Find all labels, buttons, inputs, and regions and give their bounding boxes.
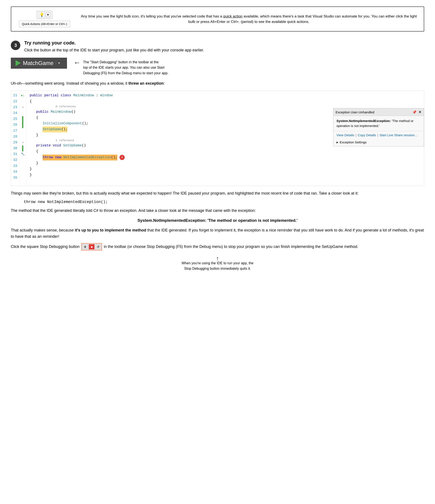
ln-30: 30 — [13, 145, 17, 151]
threw-exception-colon: : — [164, 81, 165, 86]
start-debugging-button[interactable]: MatchGame ▼ — [11, 58, 67, 69]
step-container: 3 Try running your code. Click the butto… — [11, 40, 424, 53]
stop-annotation: ↑ When you're using the IDE to run your … — [182, 254, 253, 271]
ln-25: 25 — [13, 116, 17, 122]
gutter-25 — [20, 116, 25, 122]
gutter-30 — [20, 145, 25, 151]
toolbar-dropdown[interactable]: ▼ — [46, 12, 51, 17]
step-number: 3 — [11, 41, 20, 50]
ln-23: 23 — [13, 105, 17, 110]
gutter-33 — [20, 163, 25, 169]
ln-32: 32 — [13, 157, 17, 163]
step-title: Try running your code. — [24, 40, 424, 46]
matchgame-annotation: The "Start Debugging" button in the tool… — [83, 59, 168, 76]
gutter-29: ⊟ — [20, 140, 25, 145]
stop-button[interactable]: ■ — [89, 244, 95, 250]
exception-body: System.NotImplementedException: 'The met… — [333, 116, 424, 131]
method-explanation: The method that the IDE generated litera… — [11, 207, 424, 214]
exception-popup: Exception User-Unhandled 📌 ✕ System.NotI… — [333, 108, 424, 146]
exception-message-rest: 'The method or operation is not implemen… — [206, 218, 297, 223]
gutter-32 — [20, 157, 25, 163]
ln-34: 34 — [13, 169, 17, 175]
matchgame-label: MatchGame — [23, 60, 54, 66]
info-box-left: 💡 ▼ Quick Actions (Alt+Enter or Ctrl+.) — [16, 11, 73, 27]
code-line-22: { — [30, 99, 421, 105]
gutter-34 — [20, 169, 25, 175]
info-box-description: Any time you see the light bulb icon, it… — [79, 14, 419, 25]
code-line-30: { — [30, 149, 421, 154]
exception-settings: ▶ Exception Settings — [333, 139, 424, 146]
view-details-link[interactable]: View Details — [336, 133, 354, 137]
error-icon: ✕ — [120, 155, 125, 160]
ln-28: 28 — [13, 134, 17, 140]
sep-1: | — [355, 133, 356, 137]
stop-debug-intro: Click the square Stop Debugging button — [11, 243, 80, 250]
code-block-inline: throw new NotImplementedException(); — [24, 200, 424, 204]
code-line-31: throw new NotImplementedException(); ✕ — [30, 155, 421, 161]
exception-close-icons: 📌 ✕ — [412, 110, 422, 115]
close-icon[interactable]: ✕ — [418, 110, 422, 115]
implement-bold-text: it's up to you to implement the method — [75, 228, 146, 232]
gutter-27 — [20, 128, 25, 134]
exception-title: Exception User-Unhandled — [336, 110, 374, 114]
gutter-26 — [20, 122, 25, 128]
gutter-28 — [20, 134, 25, 140]
exception-links: View Details | Copy Details | Start Live… — [333, 131, 424, 139]
info-desc-part1: Any time you see the light bulb icon, it… — [81, 14, 223, 18]
code-area: 21 22 23 24 25 26 27 28 29 30 31 32 33 3… — [11, 91, 424, 186]
arrow-up-icon: ↑ — [216, 254, 219, 263]
gutter-inner: ▶| ⊟ ⊟ 🔧 — [20, 91, 26, 182]
gutter-24 — [20, 110, 25, 116]
stop-debug-rest: in the toolbar (or choose Stop Debugging… — [104, 243, 358, 250]
pin-icon[interactable]: 📌 — [412, 110, 417, 114]
play-icon — [16, 60, 21, 66]
gutter-31: 🔧 — [20, 151, 25, 157]
exception-settings-label: Exception Settings — [340, 140, 367, 144]
quick-action-link[interactable]: quick action — [223, 14, 243, 18]
exception-body-bold: System.NotImplementedException: — [336, 119, 391, 123]
exception-header: Exception User-Unhandled 📌 ✕ — [333, 108, 424, 116]
uh-oh-paragraph: Uh-oh—something went wrong. Instead of s… — [11, 80, 424, 87]
wrench-icon: 🔧 — [21, 152, 25, 157]
ln-22: 22 — [13, 99, 17, 105]
ln-35: 35 — [13, 175, 17, 181]
things-may-seem: Things may seem like they're broken, but… — [11, 190, 424, 197]
info-box: 💡 ▼ Quick Actions (Alt+Enter or Ctrl+.) … — [11, 7, 424, 32]
code-line-33: } — [30, 166, 421, 172]
gutter-21: ▶| — [20, 93, 25, 99]
matchgame-annotation-area: ← The "Start Debugging" button in the to… — [74, 58, 168, 76]
threw-exception-bold: threw an exception — [128, 81, 164, 86]
ln-21: 21 — [13, 93, 17, 99]
stop-debug-paragraph: Click the square Stop Debugging button ⏸… — [11, 243, 424, 251]
code-line-32: } — [30, 161, 421, 166]
that-actually-text: That actually makes sense, because — [11, 228, 75, 232]
expand-triangle-icon[interactable]: ▶ — [336, 141, 338, 144]
ln-31: 31 — [13, 151, 17, 157]
code-gutter: ▶| ⊟ ⊟ 🔧 — [20, 91, 26, 186]
ln-24: 24 — [13, 110, 17, 116]
copy-details-link[interactable]: Copy Details — [358, 133, 376, 137]
step-subtitle: Click the button at the top of the IDE t… — [24, 47, 424, 53]
matchgame-dropdown-arrow[interactable]: ▼ — [56, 61, 63, 65]
step-text-area: Try running your code. Click the button … — [24, 40, 424, 53]
ln-29: 29 — [13, 140, 17, 145]
code-line-21: public partial class MainWindow : Window — [30, 93, 421, 99]
code-line-35 — [30, 178, 421, 184]
exception-message-bold: System.NotImplementedException: — [138, 218, 206, 223]
uh-oh-text: Uh-oh—something went wrong. Instead of s… — [11, 81, 128, 86]
gutter-23: ⊟ — [20, 105, 25, 110]
pause-button[interactable]: ⏸ — [82, 244, 88, 250]
lightbulb-toolbar: 💡 ▼ — [37, 11, 53, 19]
live-share-link[interactable]: Start Live Share session... — [379, 133, 417, 137]
stop-annotation-wrapper: ↑ When you're using the IDE to run your … — [11, 254, 424, 271]
exception-message-center: System.NotImplementedException: 'The met… — [11, 218, 424, 223]
sep-2: | — [377, 133, 378, 137]
gutter-35 — [20, 175, 25, 181]
restart-button[interactable]: ↺ — [95, 244, 101, 250]
code-line-34: } — [30, 172, 421, 178]
debug-buttons: ⏸ ■ ↺ — [81, 243, 102, 251]
ln-26: 26 — [13, 122, 17, 128]
quick-actions-label: Quick Actions (Alt+Enter or Ctrl+.) — [19, 21, 70, 27]
that-actually-paragraph: That actually makes sense, because it's … — [11, 227, 424, 240]
gutter-22 — [20, 99, 25, 105]
